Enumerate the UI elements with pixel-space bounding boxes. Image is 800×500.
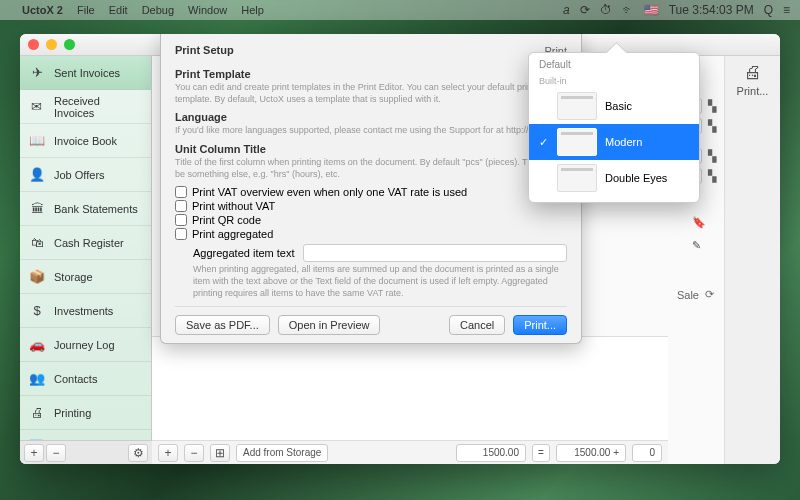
menubar: UctoX 2 File Edit Debug Window Help a ⟳ …: [0, 0, 800, 20]
template-thumbnail: [557, 128, 597, 156]
template-hint: You can edit and create print templates …: [175, 82, 567, 105]
main-window: 📄test.ucx2 ✈Sent Invoices✉Received Invoi…: [20, 34, 780, 464]
add-button[interactable]: +: [24, 444, 44, 462]
print-setup-sheet: Print Setup Print Print Template You can…: [160, 34, 582, 344]
agg-text-input[interactable]: [303, 244, 567, 262]
template-thumbnail: [557, 92, 597, 120]
minimize-icon[interactable]: [46, 39, 57, 50]
template-label: Basic: [605, 100, 632, 112]
zoom-icon[interactable]: [64, 39, 75, 50]
sidebar-item-label: Cash Register: [54, 237, 124, 249]
sidebar-item-label: Sent Invoices: [54, 67, 120, 79]
edit-menu[interactable]: Edit: [109, 4, 128, 16]
agg-hint: When printing aggregated, all items are …: [193, 264, 567, 299]
items-toolbar: + − ⊞ Add from Storage 1500.00 = 1500.00…: [152, 440, 668, 464]
help-menu[interactable]: Help: [241, 4, 264, 16]
sidebar-item-storage[interactable]: 📦Storage: [20, 260, 151, 294]
sidebar-item-job-offers[interactable]: 👤Job Offers: [20, 158, 151, 192]
sidebar-item-label: Job Offers: [54, 169, 105, 181]
app-menu[interactable]: UctoX 2: [22, 4, 63, 16]
open-preview-button[interactable]: Open in Preview: [278, 315, 381, 335]
save-pdf-button[interactable]: Save as PDF...: [175, 315, 270, 335]
sidebar-item-bank-statements[interactable]: 🏛Bank Statements: [20, 192, 151, 226]
settings-button[interactable]: ⚙: [128, 444, 148, 462]
sidebar-item-label: Invoice Book: [54, 135, 117, 147]
check-icon: ✓: [537, 136, 549, 149]
tag-icon[interactable]: 🔖: [692, 216, 706, 229]
qr-checkbox[interactable]: Print QR code: [175, 214, 567, 226]
print-confirm-button[interactable]: Print...: [513, 315, 567, 335]
notification-icon[interactable]: ≡: [783, 3, 790, 17]
sidebar-item-label: Storage: [54, 271, 93, 283]
sidebar-item-printing[interactable]: 🖨Printing: [20, 396, 151, 430]
sidebar-item-cash-register[interactable]: 🛍Cash Register: [20, 226, 151, 260]
received-invoices-icon: ✉: [28, 100, 46, 114]
timemachine-icon[interactable]: ⏱: [600, 3, 612, 17]
bank-statements-icon: 🏛: [28, 202, 46, 216]
investments-icon: $: [28, 304, 46, 318]
remove-item-button[interactable]: −: [184, 444, 204, 462]
close-icon[interactable]: [28, 39, 39, 50]
amount-zero: 0: [632, 444, 662, 462]
wifi-icon[interactable]: ᯤ: [622, 3, 634, 17]
remove-button[interactable]: −: [46, 444, 66, 462]
cancel-button[interactable]: Cancel: [449, 315, 505, 335]
journey-log-icon: 🚗: [28, 338, 46, 352]
sidebar-item-invoice-book[interactable]: 📖Invoice Book: [20, 124, 151, 158]
template-option[interactable]: ✓Modern: [529, 124, 699, 160]
add-item-button[interactable]: +: [158, 444, 178, 462]
sent-invoices-icon: ✈: [28, 66, 46, 80]
add-from-storage-button[interactable]: Add from Storage: [236, 444, 328, 462]
job-offers-icon: 👤: [28, 168, 46, 182]
sidebar-item-label: Printing: [54, 407, 91, 419]
popover-label: Default: [529, 53, 699, 72]
edit-icon[interactable]: ✎: [692, 239, 706, 252]
status-icon[interactable]: a: [563, 3, 570, 17]
desktop: UctoX 2 File Edit Debug Window Help a ⟳ …: [0, 0, 800, 500]
vat-overview-checkbox[interactable]: Print VAT overview even when only one VA…: [175, 186, 567, 198]
sidebar-item-sent-invoices[interactable]: ✈Sent Invoices: [20, 56, 151, 90]
equals-button[interactable]: =: [532, 444, 550, 462]
unit-hint: Title of the first column when printing …: [175, 157, 567, 180]
file-menu[interactable]: File: [77, 4, 95, 16]
invoice-book-icon: 📖: [28, 134, 46, 148]
sidebar-item-label: Bank Statements: [54, 203, 138, 215]
printer-icon: 🖨: [733, 62, 773, 83]
sidebar-item-received-invoices[interactable]: ✉Received Invoices: [20, 90, 151, 124]
grid-button[interactable]: ⊞: [210, 444, 230, 462]
spotlight-icon[interactable]: Q: [764, 3, 773, 17]
debug-menu[interactable]: Debug: [142, 4, 174, 16]
agg-label: Aggregated item text: [193, 247, 295, 259]
template-popover: Default Built-in Basic✓ModernDouble Eyes: [528, 52, 700, 203]
sync-icon[interactable]: ⟳: [580, 3, 590, 17]
template-label: Modern: [605, 136, 642, 148]
popover-section: Built-in: [529, 72, 699, 88]
sidebar-toolbar: + − ⚙: [20, 440, 152, 464]
side-action-icons: 🔖 ✎: [692, 216, 706, 252]
sidebar-item-journey-log[interactable]: 🚗Journey Log: [20, 328, 151, 362]
sidebar: ✈Sent Invoices✉Received Invoices📖Invoice…: [20, 56, 152, 464]
template-heading: Print Template: [175, 68, 567, 80]
without-vat-checkbox[interactable]: Print without VAT: [175, 200, 567, 212]
contacts-icon: 👥: [28, 372, 46, 386]
language-hint: If you'd like more languages supported, …: [175, 125, 567, 137]
aggregated-checkbox[interactable]: Print aggregated: [175, 228, 567, 240]
right-toolbar: 🖨 Print...: [724, 56, 780, 464]
window-menu[interactable]: Window: [188, 4, 227, 16]
sidebar-item-contacts[interactable]: 👥Contacts: [20, 362, 151, 396]
sidebar-item-investments[interactable]: $Investments: [20, 294, 151, 328]
language-heading: Language: [175, 111, 567, 123]
template-option[interactable]: Basic: [529, 88, 699, 124]
amount-1[interactable]: 1500.00: [456, 444, 526, 462]
clock[interactable]: Tue 3:54:03 PM: [669, 3, 754, 17]
print-button[interactable]: 🖨 Print...: [733, 62, 773, 97]
sidebar-item-label: Received Invoices: [54, 95, 143, 119]
amount-2: 1500.00 +: [556, 444, 626, 462]
sidebar-item-label: Journey Log: [54, 339, 115, 351]
sheet-title: Print Setup: [175, 44, 234, 56]
sidebar-item-label: Investments: [54, 305, 113, 317]
printing-icon: 🖨: [28, 406, 46, 420]
input-source-icon[interactable]: 🇺🇸: [644, 3, 659, 17]
template-option[interactable]: Double Eyes: [529, 160, 699, 196]
history-icon[interactable]: ⟳: [705, 288, 714, 301]
